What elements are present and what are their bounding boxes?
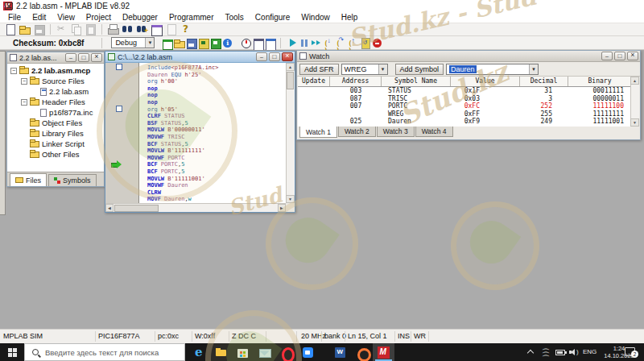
close-button[interactable] bbox=[0, 0, 18, 12]
start-button[interactable] bbox=[0, 343, 24, 361]
build-info-icon[interactable] bbox=[221, 37, 233, 49]
chevron-down-icon[interactable]: ▼ bbox=[378, 64, 387, 74]
code-editor[interactable]: Include<p16F877A.inc>Dauren EQU h'25'org… bbox=[140, 63, 286, 203]
watch-tab-watch-1[interactable]: Watch 1 bbox=[299, 127, 337, 138]
tree-item-2-2-lab-asm[interactable]: 2.2 lab.asm bbox=[7, 86, 104, 97]
code-line[interactable]: MOVWF PORTC bbox=[147, 155, 286, 162]
watch-col-decimal[interactable]: Decimal bbox=[520, 77, 568, 86]
watch-col-address[interactable]: Address bbox=[330, 77, 382, 86]
menu-view[interactable]: View bbox=[52, 13, 80, 22]
taskbar-search[interactable] bbox=[24, 343, 185, 361]
watch-tab-watch-4[interactable]: Watch 4 bbox=[415, 127, 453, 137]
new-file-icon[interactable] bbox=[4, 23, 16, 35]
open-file-icon[interactable] bbox=[19, 23, 31, 35]
tree-item-library-files[interactable]: Library Files bbox=[7, 128, 104, 139]
maximize-button[interactable] bbox=[614, 52, 625, 60]
halt-icon[interactable] bbox=[299, 37, 311, 49]
taskbar-app-zoom[interactable] bbox=[297, 343, 319, 361]
taskbar-app-camera[interactable] bbox=[351, 343, 373, 361]
watch-col-binary[interactable]: Binary bbox=[568, 77, 630, 86]
maximize-button[interactable] bbox=[269, 52, 280, 61]
tree-expander-icon[interactable]: − bbox=[21, 99, 27, 106]
open-project-icon[interactable] bbox=[173, 37, 185, 49]
tree-item-other-files[interactable]: Other Files bbox=[7, 149, 104, 160]
symbol-combo[interactable]: Dauren▼ bbox=[446, 64, 539, 75]
stopwatch-icon[interactable] bbox=[240, 37, 252, 49]
copy-icon[interactable] bbox=[70, 23, 82, 35]
paste-icon[interactable] bbox=[85, 23, 97, 35]
menu-edit[interactable]: Edit bbox=[27, 13, 52, 22]
code-line[interactable]: MOVWF TRISC bbox=[147, 134, 286, 141]
code-line[interactable]: nop bbox=[147, 85, 286, 93]
code-line[interactable]: MOVLW B'00000011' bbox=[147, 127, 286, 134]
step-into-icon[interactable] bbox=[323, 37, 335, 49]
taskbar-app-explorer[interactable] bbox=[210, 343, 232, 361]
watch-row[interactable]: 025Dauren0xF924911111001 bbox=[298, 118, 630, 126]
document-icon[interactable] bbox=[165, 23, 177, 35]
run-icon[interactable] bbox=[287, 37, 299, 49]
watch-row[interactable]: 003STATUS0x1F3100011111 bbox=[298, 87, 630, 95]
code-line[interactable]: MOVWF Dauren bbox=[147, 182, 286, 189]
code-line[interactable]: MOVLW B'11111111' bbox=[147, 147, 286, 155]
taskbar-app-edge[interactable] bbox=[188, 343, 210, 361]
notification-center-icon[interactable]: 2 bbox=[625, 347, 635, 356]
code-line[interactable]: org h'05' bbox=[147, 106, 286, 114]
code-line[interactable]: BCF PORTC,5 bbox=[147, 161, 286, 168]
tree-item-object-files[interactable]: Object Files bbox=[7, 118, 104, 128]
menu-window[interactable]: Window bbox=[295, 13, 336, 22]
close-icon[interactable] bbox=[282, 52, 293, 61]
find-next-icon[interactable] bbox=[136, 23, 148, 35]
battery-icon[interactable] bbox=[555, 350, 565, 355]
build-icon[interactable] bbox=[197, 37, 209, 49]
watch-tab-watch-3[interactable]: Watch 3 bbox=[377, 127, 415, 137]
new-project-icon[interactable] bbox=[161, 37, 173, 49]
chevron-down-icon[interactable]: ▼ bbox=[145, 38, 154, 48]
simulator-window-icon[interactable] bbox=[264, 37, 276, 49]
watch-scrollbar[interactable]: ▲ ▼ bbox=[630, 77, 639, 127]
save-file-icon[interactable] bbox=[33, 23, 45, 35]
watch-tab-watch-2[interactable]: Watch 2 bbox=[338, 127, 376, 137]
wifi-icon[interactable]: ))) bbox=[541, 346, 552, 357]
code-line[interactable]: CLRF STATUS bbox=[147, 113, 286, 120]
add-symbol-button[interactable]: Add Symbol bbox=[395, 64, 444, 75]
menu-tools[interactable]: Tools bbox=[219, 13, 249, 22]
code-line[interactable]: BCF PORTC,5 bbox=[147, 168, 286, 176]
mclr-reset-icon[interactable] bbox=[371, 37, 383, 49]
chevron-down-icon[interactable]: ▼ bbox=[529, 64, 538, 74]
fold-marker-icon[interactable] bbox=[116, 64, 122, 70]
resize-grip[interactable] bbox=[286, 203, 295, 212]
watch-window-titlebar[interactable]: Watch bbox=[297, 51, 640, 62]
menu-project[interactable]: Project bbox=[80, 13, 117, 22]
step-over-icon[interactable] bbox=[335, 37, 347, 49]
taskbar-app-store[interactable] bbox=[232, 343, 254, 361]
reset-icon[interactable] bbox=[359, 37, 371, 49]
window-swap-icon[interactable] bbox=[151, 23, 163, 35]
fold-marker-icon[interactable] bbox=[116, 106, 122, 112]
code-line[interactable]: Include<p16F877A.inc> bbox=[147, 64, 286, 72]
cut-icon[interactable] bbox=[56, 23, 68, 35]
code-line[interactable]: MOVLW B'11111001' bbox=[147, 176, 286, 183]
minimize-button[interactable] bbox=[601, 52, 613, 60]
step-out-icon[interactable] bbox=[347, 37, 359, 49]
minimize-button[interactable] bbox=[65, 53, 76, 62]
watch-col-value[interactable]: Value bbox=[451, 77, 520, 86]
help-icon[interactable] bbox=[180, 23, 192, 35]
project-tab-symbols[interactable]: Symbols bbox=[48, 174, 97, 186]
close-icon[interactable] bbox=[91, 53, 102, 62]
taskbar-app-mail[interactable] bbox=[254, 343, 275, 361]
horizontal-scrollbar[interactable]: ◀ ▶ bbox=[105, 203, 286, 212]
make-icon[interactable] bbox=[209, 37, 221, 49]
project-tab-files[interactable]: Files bbox=[10, 173, 47, 186]
checklist-icon[interactable] bbox=[252, 37, 264, 49]
watch-row[interactable]: 007PORTC0xFC25211111100 bbox=[298, 102, 630, 110]
code-line[interactable]: MOVF Dauren,w bbox=[147, 196, 286, 203]
watch-row[interactable]: 087TRISC0x03300000011 bbox=[298, 95, 630, 103]
code-line[interactable]: CLRW bbox=[147, 189, 286, 197]
code-line[interactable]: BSF STATUS,5 bbox=[147, 120, 286, 127]
maximize-button[interactable] bbox=[78, 53, 89, 62]
tree-item-2-2-lab-asm-mcp[interactable]: −2.2 lab.asm.mcp bbox=[7, 65, 104, 76]
taskbar-app-mplab[interactable] bbox=[373, 343, 394, 361]
tree-expander-icon[interactable]: − bbox=[21, 78, 27, 85]
tree-item-p16f877a-inc[interactable]: p16f877a.inc bbox=[7, 107, 104, 118]
sfr-combo[interactable]: WREG▼ bbox=[341, 64, 388, 75]
